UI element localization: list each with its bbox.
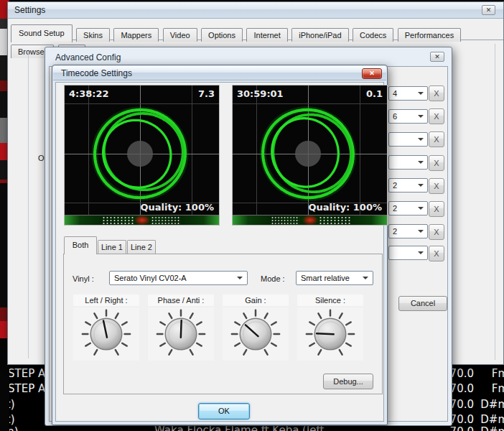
- tab-iphone-ipad[interactable]: iPhone/iPad: [291, 28, 348, 42]
- settings-tabstrip: Sound Setup Skins Mappers Video Options …: [11, 24, 503, 40]
- advanced-config-close-button[interactable]: ✕: [430, 52, 444, 62]
- mode-label: Mode :: [261, 274, 285, 283]
- track-key: D#m: [459, 398, 504, 411]
- knob-gain[interactable]: [223, 307, 289, 361]
- remove-button[interactable]: X: [429, 108, 444, 124]
- chevron-down-icon: [418, 92, 424, 95]
- remove-button[interactable]: X: [429, 178, 444, 194]
- timecode-channel-select[interactable]: [388, 246, 428, 260]
- tab-performances[interactable]: Performances: [398, 28, 461, 42]
- tab-mappers[interactable]: Mappers: [113, 28, 159, 42]
- timecode-channel-select[interactable]: 2: [388, 178, 428, 193]
- ok-button[interactable]: OK: [198, 403, 250, 420]
- chevron-down-icon: [418, 115, 424, 118]
- vinyl-select[interactable]: Serato Vinyl CV02-A: [109, 271, 248, 285]
- mode-select[interactable]: Smart relative: [296, 271, 373, 285]
- timecode-close-button[interactable]: ✕: [362, 68, 382, 79]
- tab-skins[interactable]: Skins: [76, 28, 110, 42]
- timecode-tab-panel: Vinyl : Serato Vinyl CV02-A Mode : Smart…: [63, 254, 383, 394]
- knob-group-phase-anti: Phase / Anti :: [148, 295, 214, 361]
- timecode-settings-dialog: Timecode Settings ✕ 4:38:22 7.3 Quality:…: [52, 65, 388, 425]
- scope-display: 4:38:22 7.3 Quality: 100%: [65, 85, 219, 216]
- tab-line-2[interactable]: Line 2: [127, 240, 156, 254]
- timecode-channel-select[interactable]: 2: [388, 201, 428, 216]
- scope-quality: Quality: 100%: [308, 202, 382, 213]
- knob-left-right[interactable]: [73, 307, 139, 361]
- tab-options[interactable]: Options: [201, 28, 243, 42]
- chevron-down-icon: [418, 138, 424, 141]
- settings-close-button[interactable]: ✕: [482, 5, 495, 15]
- knob-silence[interactable]: [297, 307, 363, 361]
- timecode-channel-select[interactable]: [388, 155, 428, 170]
- tab-sound-setup[interactable]: Sound Setup: [11, 24, 73, 42]
- advanced-config-title: Advanced Config: [55, 52, 121, 62]
- chevron-down-icon: [418, 207, 424, 210]
- remove-button[interactable]: X: [429, 201, 444, 217]
- tab-codecs[interactable]: Codecs: [353, 28, 393, 42]
- scope-time: 4:38:22: [69, 88, 109, 99]
- timecode-channel-select[interactable]: 4: [388, 86, 428, 101]
- timecode-scope-left: 4:38:22 7.3 Quality: 100%: [64, 85, 220, 226]
- track-key: Fm: [459, 367, 504, 380]
- timecode-signal-rings: [233, 85, 387, 216]
- timecode-channel-select[interactable]: 2: [388, 224, 428, 238]
- groupbox-border: [28, 51, 29, 358]
- tab-line-1[interactable]: Line 1: [98, 240, 126, 254]
- remove-button[interactable]: X: [429, 85, 444, 101]
- remove-button[interactable]: X: [429, 131, 444, 147]
- track-key: D#m: [459, 425, 504, 431]
- track-key: Fm: [459, 382, 504, 395]
- timecode-channel-select[interactable]: 6: [388, 109, 428, 124]
- chevron-down-icon: [363, 277, 368, 279]
- chevron-down-icon: [237, 277, 243, 279]
- remove-button[interactable]: X: [429, 155, 444, 171]
- knob-label: Phase / Anti :: [148, 295, 214, 306]
- chevron-down-icon: [418, 230, 424, 233]
- tab-video[interactable]: Video: [163, 28, 197, 42]
- signal-marker: [303, 216, 317, 225]
- timecode-dialog-title: Timecode Settings: [61, 68, 132, 78]
- knob-group-gain: Gain :: [223, 295, 289, 361]
- chevron-down-icon: [418, 251, 424, 254]
- remove-button[interactable]: X: [429, 224, 444, 240]
- timecode-channel-select[interactable]: [388, 132, 428, 147]
- scope-display: 30:59:01 0.1 Quality: 100%: [233, 85, 387, 216]
- track-title: on): [1, 425, 116, 431]
- knob-phase-anti[interactable]: [148, 307, 214, 361]
- scope-time: 30:59:01: [237, 88, 284, 99]
- signal-strip: [65, 215, 219, 225]
- cancel-button[interactable]: Cancel: [398, 296, 447, 311]
- timecode-scope-right: 30:59:01 0.1 Quality: 100%: [232, 85, 388, 226]
- scope-quality: Quality: 100%: [140, 202, 214, 213]
- track-key: D#m: [459, 413, 504, 426]
- remove-button[interactable]: X: [429, 246, 444, 261]
- scope-pitch: 7.3: [198, 88, 215, 99]
- knob-group-left-right: Left / Right :: [73, 295, 139, 361]
- timecode-signal-rings: [65, 85, 219, 216]
- timecode-titlebar: Timecode Settings ✕: [53, 66, 386, 80]
- knob-group-silence: Silence :: [297, 295, 363, 361]
- vinyl-label: Vinyl :: [73, 274, 94, 283]
- tab-internet[interactable]: Internet: [246, 28, 287, 42]
- scope-pitch: 0.1: [366, 88, 383, 99]
- chevron-down-icon: [418, 161, 424, 164]
- signal-marker: [135, 216, 149, 225]
- groupbox-border: [495, 44, 495, 360]
- knob-label: Gain :: [223, 295, 289, 306]
- knob-label: Left / Right :: [73, 295, 139, 306]
- settings-window-title: Settings: [14, 5, 45, 15]
- tab-both[interactable]: Both: [64, 236, 97, 254]
- screen: BSTEP AN * 70.0 Fm BSTEP AN * 70.0 Fm st…: [0, 0, 504, 431]
- signal-strip: [233, 215, 387, 225]
- chevron-down-icon: [418, 184, 424, 187]
- debug-button[interactable]: Debug...: [323, 374, 373, 389]
- settings-titlebar: Settings ✕: [8, 2, 503, 19]
- knob-label: Silence :: [297, 295, 363, 306]
